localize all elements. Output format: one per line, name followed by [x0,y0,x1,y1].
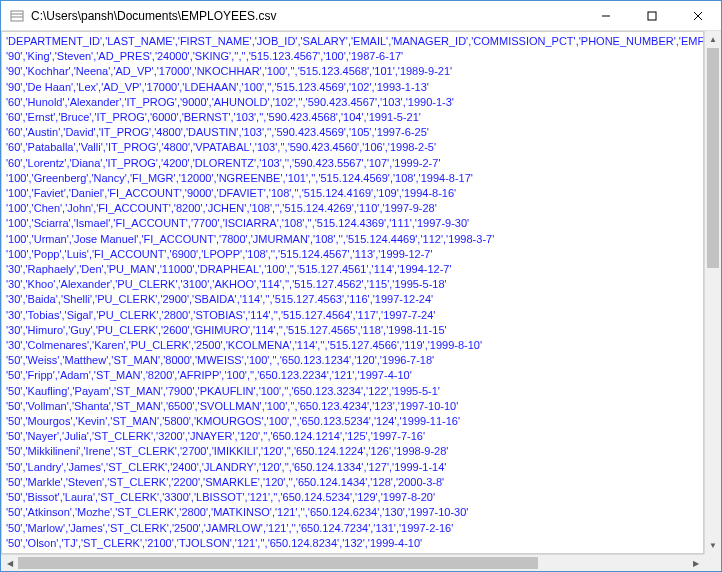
scroll-right-arrow-icon[interactable]: ▶ [687,555,704,571]
window-controls [583,1,721,31]
scroll-up-arrow-icon[interactable]: ▲ [705,31,721,48]
svg-rect-0 [11,11,23,21]
vertical-scroll-thumb[interactable] [707,48,719,268]
vertical-scrollbar[interactable]: ▲ ▼ [704,31,721,554]
scrollbar-corner [704,554,721,571]
file-text-view[interactable]: 'DEPARTMENT_ID','LAST_NAME','FIRST_NAME'… [1,31,704,554]
svg-rect-4 [648,12,656,20]
content-area: 'DEPARTMENT_ID','LAST_NAME','FIRST_NAME'… [1,31,721,571]
window-titlebar: C:\Users\pansh\Documents\EMPLOYEES.csv [1,1,721,31]
scroll-left-arrow-icon[interactable]: ◀ [1,555,18,571]
minimize-button[interactable] [583,1,629,31]
scroll-down-arrow-icon[interactable]: ▼ [705,537,721,554]
window-title: C:\Users\pansh\Documents\EMPLOYEES.csv [31,9,583,23]
maximize-button[interactable] [629,1,675,31]
vertical-scroll-track[interactable] [705,48,721,537]
horizontal-scrollbar[interactable]: ◀ ▶ [1,554,704,571]
horizontal-scroll-thumb[interactable] [18,557,538,569]
close-button[interactable] [675,1,721,31]
app-icon [9,8,25,24]
